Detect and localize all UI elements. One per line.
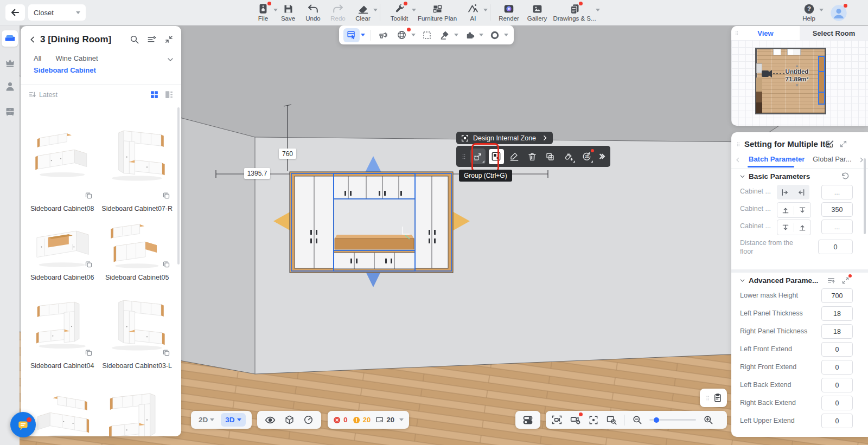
- file-button[interactable]: File: [251, 1, 276, 22]
- clipboard-button[interactable]: [700, 389, 727, 407]
- param-input[interactable]: 0: [818, 240, 853, 254]
- align-left-icon[interactable]: [777, 185, 793, 199]
- param-input[interactable]: ...: [821, 220, 853, 234]
- more-tools-button[interactable]: [597, 149, 607, 164]
- auction-tool-button[interactable]: [437, 28, 453, 42]
- align-right-icon[interactable]: [793, 185, 809, 199]
- help-button[interactable]: Help: [796, 1, 821, 22]
- rail-item-storage[interactable]: [2, 103, 18, 119]
- catalog-item[interactable]: Sideboard Cabinet07-R: [101, 106, 173, 212]
- zoom-region-icon[interactable]: [606, 414, 617, 425]
- chevron-down-icon[interactable]: [483, 9, 488, 11]
- rail-item-membership[interactable]: [2, 54, 18, 70]
- user-avatar[interactable]: [830, 4, 847, 22]
- zoom-in-icon[interactable]: [703, 415, 713, 425]
- param-input[interactable]: 0: [821, 360, 853, 375]
- focus-selection-icon[interactable]: [588, 415, 599, 425]
- duplicate-icon[interactable]: [162, 349, 170, 357]
- param-input[interactable]: ...: [821, 185, 853, 199]
- target-tool-button[interactable]: [487, 28, 503, 42]
- cube-view-icon[interactable]: [284, 415, 295, 425]
- mode-2d-button[interactable]: 2D: [196, 416, 216, 424]
- tab-sideboard-cabinet[interactable]: Sideboard Cabinet: [34, 66, 98, 74]
- plan-selected-cabinet[interactable]: [818, 71, 825, 93]
- visibility-icon[interactable]: [265, 415, 276, 425]
- chevron-down-icon[interactable]: [479, 34, 483, 36]
- expand-categories-icon[interactable]: [166, 55, 175, 64]
- expand-section-icon[interactable]: [841, 276, 850, 285]
- catalog-item[interactable]: Sideboard Cabinet06: [29, 220, 95, 281]
- selected-cabinet-unit[interactable]: [290, 172, 453, 273]
- chevron-down-icon[interactable]: [504, 34, 508, 36]
- render-button[interactable]: Render: [495, 1, 523, 22]
- tab-batch-parameter[interactable]: Batch Parameter: [749, 155, 805, 163]
- save-button[interactable]: Save: [276, 1, 301, 22]
- catalog-item[interactable]: Sideboard Cabinet04: [29, 288, 95, 370]
- catalog-item[interactable]: Sideboard Cabinet05: [101, 220, 173, 281]
- duplicate-icon[interactable]: [162, 191, 170, 199]
- tab-select-room[interactable]: Select Room: [800, 26, 868, 40]
- param-input[interactable]: 0: [821, 342, 853, 357]
- camera-view-icon[interactable]: [551, 414, 563, 425]
- param-input[interactable]: 18: [821, 306, 853, 321]
- performance-icon[interactable]: [303, 415, 314, 425]
- chevron-right-icon[interactable]: [541, 134, 548, 141]
- mount-down-icon[interactable]: [777, 221, 794, 234]
- search-icon[interactable]: [130, 35, 139, 44]
- chevron-down-icon[interactable]: [596, 9, 600, 11]
- chevron-down-icon[interactable]: [819, 9, 824, 11]
- gallery-button[interactable]: Gallery: [523, 1, 551, 22]
- catalog-item[interactable]: [101, 377, 173, 436]
- collapse-panel-icon[interactable]: [164, 35, 174, 44]
- param-input[interactable]: 0: [821, 414, 853, 428]
- project-type-select[interactable]: Closet: [28, 4, 86, 21]
- chevron-left-icon[interactable]: [28, 35, 37, 44]
- undo-button[interactable]: Undo: [301, 1, 326, 22]
- duplicate-icon[interactable]: [85, 191, 93, 199]
- camera-settings-icon[interactable]: [570, 414, 581, 425]
- duplicate-add-button[interactable]: [542, 149, 558, 164]
- sort-icon[interactable]: [28, 91, 36, 99]
- zoom-slider[interactable]: [649, 419, 696, 421]
- chevron-down-icon[interactable]: [373, 9, 378, 11]
- tab-wine-cabinet[interactable]: Wine Cabinet: [55, 54, 98, 62]
- catalog-item[interactable]: Sideboard Cabinet03-L: [101, 288, 173, 370]
- layer-toggles-icon[interactable]: [522, 415, 533, 425]
- rail-item-profile[interactable]: [2, 78, 18, 94]
- toolkit-button[interactable]: Toolkit: [385, 1, 414, 22]
- collapse-list-icon[interactable]: [827, 276, 835, 285]
- delete-button[interactable]: [525, 149, 540, 164]
- ai-button[interactable]: AI: [461, 1, 486, 22]
- param-input[interactable]: 0: [821, 378, 853, 392]
- param-input[interactable]: 700: [821, 288, 853, 303]
- sort-label[interactable]: Latest: [39, 91, 58, 99]
- apply-material-button[interactable]: [561, 149, 576, 164]
- rotate-2d-button[interactable]: [579, 149, 594, 164]
- chevron-down-icon[interactable]: [399, 418, 404, 421]
- measure-tool-button[interactable]: [507, 149, 522, 164]
- reset-parameters-icon[interactable]: [841, 172, 850, 180]
- mount-up-icon[interactable]: [794, 221, 810, 234]
- edit-icon[interactable]: [825, 139, 834, 149]
- design-internal-zone-bar[interactable]: Design Internal Zone: [456, 132, 553, 144]
- globe-tool-button[interactable]: [394, 28, 410, 42]
- plugin-tool-button[interactable]: [462, 28, 478, 42]
- drag-handle-icon[interactable]: [459, 149, 468, 164]
- floorplan-minimap[interactable]: ▲ Untitled 71.89m² ▼: [755, 48, 826, 114]
- filter-icon[interactable]: [147, 35, 157, 44]
- zoom-out-icon[interactable]: [632, 415, 642, 425]
- tab-view[interactable]: View: [731, 26, 800, 40]
- tab-all[interactable]: All: [34, 54, 41, 62]
- drag-handle-icon[interactable]: [736, 140, 741, 148]
- cabinet-tool-button[interactable]: [343, 28, 360, 42]
- drawings-button[interactable]: Drawings & S...: [551, 1, 598, 22]
- settings-scrollbar[interactable]: [864, 158, 866, 234]
- issues-pill[interactable]: 0 20 20: [328, 411, 409, 429]
- catalog-item[interactable]: [29, 377, 95, 436]
- param-input[interactable]: 18: [821, 324, 853, 339]
- basic-parameters-header[interactable]: Basic Parameters: [739, 172, 810, 180]
- select-region-tool-button[interactable]: [419, 28, 435, 42]
- redo-button[interactable]: Redo: [326, 1, 350, 22]
- chevron-down-icon[interactable]: [454, 34, 458, 36]
- plan-selected-cabinet[interactable]: [818, 56, 825, 72]
